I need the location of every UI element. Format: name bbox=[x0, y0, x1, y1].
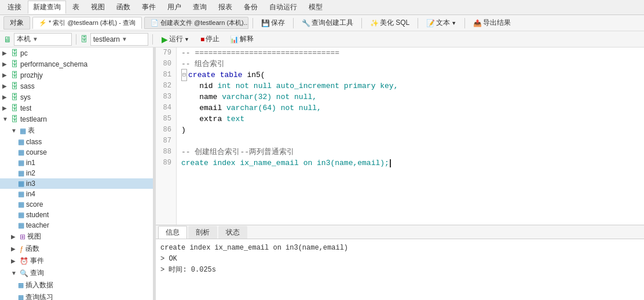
code-content[interactable]: -- ================================ -- 组… bbox=[177, 47, 644, 225]
sidebar-item-class[interactable]: ▦ class bbox=[0, 137, 153, 147]
menu-func[interactable]: 函数 bbox=[111, 1, 136, 14]
sidebar-item-table-group[interactable]: ▼ ▦ 表 bbox=[0, 125, 153, 137]
sidebar-item-insert[interactable]: ▦ 插入数据 bbox=[0, 279, 153, 291]
save-icon: 💾 bbox=[261, 19, 270, 27]
menu-autorun[interactable]: 自动运行 bbox=[264, 1, 302, 14]
code-line-89: create index ix_name_email on in3(name,e… bbox=[181, 158, 639, 169]
sidebar-label: sass bbox=[20, 82, 35, 90]
menu-connect[interactable]: 连接 bbox=[2, 1, 27, 14]
code-text: name bbox=[181, 92, 222, 103]
beautify-label: 美化 SQL bbox=[380, 18, 409, 28]
code-editor[interactable]: 79 80 81 82 83 84 85 86 87 88 89 -- ====… bbox=[156, 47, 644, 225]
sidebar-item-performance-schema[interactable]: ▶ 🗄 performance_schema bbox=[0, 58, 153, 69]
query-tab-label: * 索引 @testlearn (本机) - 查询 bbox=[49, 19, 136, 27]
sidebar-item-teacher[interactable]: ▦ teacher bbox=[0, 220, 153, 231]
run-label: 运行 bbox=[169, 34, 183, 44]
menu-report[interactable]: 报表 bbox=[213, 1, 237, 14]
export-button[interactable]: 📤 导出结果 bbox=[469, 16, 515, 30]
sidebar-label: class bbox=[26, 138, 42, 146]
sidebar-item-event-group[interactable]: ▶ ⏰ 事件 bbox=[0, 255, 153, 267]
result-line-1: create index ix_name_email on in3(name,e… bbox=[160, 243, 639, 254]
sidebar-label: 查询 bbox=[30, 268, 44, 278]
sidebar-item-in4[interactable]: ▦ in4 bbox=[0, 189, 153, 199]
menu-model[interactable]: 模型 bbox=[303, 1, 328, 14]
expand-icon: ▶ bbox=[2, 72, 9, 78]
sidebar-item-in2[interactable]: ▦ in2 bbox=[0, 168, 153, 178]
expand-icon: ▶ bbox=[2, 105, 9, 111]
table-group-icon: ▦ bbox=[20, 127, 26, 135]
editor-area: 79 80 81 82 83 84 85 86 87 88 89 -- ====… bbox=[156, 47, 644, 300]
toolbar-separator-5 bbox=[464, 18, 465, 28]
table-icon: ▦ bbox=[18, 159, 24, 167]
sidebar-item-query1[interactable]: ▦ 查询练习 bbox=[0, 291, 153, 300]
connection-select[interactable]: 本机 ▼ bbox=[14, 33, 72, 46]
menu-event[interactable]: 事件 bbox=[137, 1, 161, 14]
local-icon: 🖥 bbox=[3, 35, 12, 44]
tab-info[interactable]: 信息 bbox=[158, 226, 187, 239]
menu-new-query[interactable]: 新建查询 bbox=[28, 1, 66, 14]
explain-button[interactable]: 📊 解释 bbox=[226, 32, 258, 46]
sidebar-item-test[interactable]: ▶ 🗄 test bbox=[0, 103, 153, 114]
query-tab[interactable]: ⚡ * 索引 @testlearn (本机) - 查询 bbox=[32, 17, 142, 29]
create-tab[interactable]: 📄 创建表文件 @testlearn (本机)... bbox=[144, 17, 248, 29]
view-group-icon: ⊞ bbox=[20, 233, 25, 241]
code-text: varchar(32) bbox=[222, 92, 272, 103]
result-line-2: > OK bbox=[160, 254, 639, 265]
table-icon: ▦ bbox=[18, 190, 24, 198]
sidebar-label: 视图 bbox=[27, 232, 41, 242]
sidebar-item-query-group[interactable]: ▼ 🔍 查询 bbox=[0, 267, 153, 279]
sidebar-item-prozhjy[interactable]: ▶ 🗄 prozhjy bbox=[0, 69, 153, 81]
sidebar-item-in1[interactable]: ▦ in1 bbox=[0, 158, 153, 168]
sidebar-item-view-group[interactable]: ▶ ⊞ 视图 bbox=[0, 231, 153, 243]
tab-status[interactable]: 状态 bbox=[218, 226, 247, 239]
menu-table[interactable]: 表 bbox=[67, 1, 85, 14]
run-button[interactable]: ▶ 运行 ▼ bbox=[157, 33, 194, 45]
sidebar-label: in1 bbox=[26, 159, 35, 167]
beautify-icon: ✨ bbox=[370, 19, 379, 27]
text-icon: 📝 bbox=[426, 19, 435, 27]
sidebar-item-testlearn[interactable]: ▼ 🗄 testlearn bbox=[0, 114, 153, 125]
export-icon: 📤 bbox=[473, 19, 482, 27]
menu-user[interactable]: 用户 bbox=[162, 1, 186, 14]
table-name: in5( bbox=[247, 69, 265, 81]
sidebar-item-func-group[interactable]: ▶ ƒ 函数 bbox=[0, 243, 153, 255]
stop-button[interactable]: ■ 停止 bbox=[196, 32, 224, 46]
toolbar-separator-4 bbox=[418, 18, 418, 28]
sidebar-label: testlearn bbox=[20, 115, 47, 123]
sidebar-item-sys[interactable]: ▶ 🗄 sys bbox=[0, 92, 153, 103]
db-icon: 🗄 bbox=[11, 71, 19, 79]
sidebar-label: in4 bbox=[26, 190, 35, 198]
sidebar-item-course[interactable]: ▦ course bbox=[0, 147, 153, 158]
code-text: nid bbox=[181, 81, 217, 92]
text-button[interactable]: 📝 文本 ▼ bbox=[422, 16, 460, 30]
sidebar-label: score bbox=[26, 200, 43, 208]
sidebar-item-score[interactable]: ▦ score bbox=[0, 199, 153, 210]
save-label: 保存 bbox=[271, 18, 285, 28]
sidebar-item-pc[interactable]: ▶ 🗄 pc bbox=[0, 47, 153, 58]
tab-profile[interactable]: 剖析 bbox=[188, 226, 217, 239]
sidebar: ▶ 🗄 pc ▶ 🗄 performance_schema ▶ 🗄 prozhj… bbox=[0, 47, 153, 300]
object-tab[interactable]: 对象 bbox=[3, 16, 30, 30]
code-text: -- 组合索引 bbox=[181, 58, 225, 69]
beautify-button[interactable]: ✨ 美化 SQL bbox=[366, 16, 414, 30]
chevron-down-icon: ▼ bbox=[122, 36, 127, 42]
sidebar-label: performance_schema bbox=[20, 60, 87, 68]
action-separator-2 bbox=[152, 34, 153, 45]
sidebar-item-student[interactable]: ▦ student bbox=[0, 210, 153, 220]
menu-query[interactable]: 查询 bbox=[188, 1, 212, 14]
sidebar-label: sys bbox=[20, 93, 31, 101]
sidebar-item-in3[interactable]: ▦ in3 bbox=[0, 178, 153, 189]
query-icon: ▦ bbox=[18, 294, 24, 300]
expand-icon: ▶ bbox=[2, 83, 9, 89]
sidebar-label: test bbox=[20, 104, 31, 112]
save-button[interactable]: 💾 保存 bbox=[257, 16, 289, 30]
database-select[interactable]: testlearn ▼ bbox=[90, 33, 148, 46]
code-line-82: nid int not null auto_increment primary … bbox=[181, 81, 639, 92]
run-icon: ▶ bbox=[162, 35, 168, 44]
menu-backup[interactable]: 备份 bbox=[239, 1, 263, 14]
sidebar-item-sass[interactable]: ▶ 🗄 sass bbox=[0, 81, 153, 92]
export-label: 导出结果 bbox=[483, 18, 511, 28]
query-tool-button[interactable]: 🔧 查询创建工具 bbox=[298, 16, 357, 30]
menu-view[interactable]: 视图 bbox=[86, 1, 110, 14]
code-line-87 bbox=[181, 136, 639, 147]
